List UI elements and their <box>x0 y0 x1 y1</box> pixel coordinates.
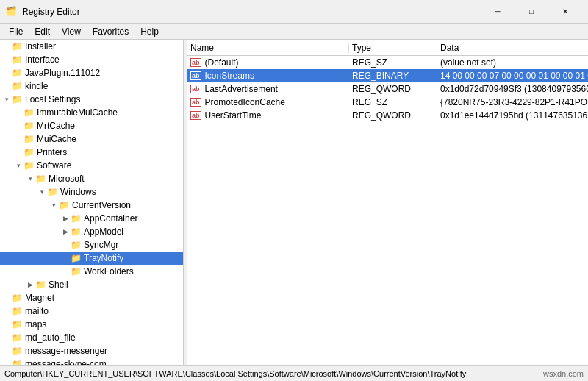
tree-toggle-localsettings[interactable]: ▾ <box>1 96 12 103</box>
main-container: 📁Installer📁Interface📁JavaPlugin.111012📁k… <box>0 40 588 381</box>
row-data-iconstreams: 14 00 00 00 07 00 00 00 01 00 00 01 00 0… <box>437 71 588 81</box>
tree-scroll[interactable]: 📁Installer📁Interface📁JavaPlugin.111012📁k… <box>0 40 183 365</box>
tree-label-magnet: Magnet <box>25 293 54 303</box>
folder-icon-currentversion: 📁 <box>59 200 70 210</box>
tree-item-installer[interactable]: 📁Installer <box>0 40 183 53</box>
table-row-default[interactable]: ab(Default)REG_SZ(value not set) <box>187 56 588 69</box>
table-row-promotediconcache[interactable]: abPromotedIconCacheREG_SZ{7820NR75-23R3-… <box>187 96 588 109</box>
title-text: Registry Editor <box>22 7 481 17</box>
table-row-lastadvertisement[interactable]: abLastAdvertisementREG_QWORD0x1d0d72d709… <box>187 82 588 96</box>
right-panel: Name Type Data ab(Default)REG_SZ(value n… <box>187 40 588 365</box>
tree-label-currentversion: CurrentVersion <box>72 200 131 210</box>
tree-toggle-shell[interactable]: ▶ <box>25 281 35 288</box>
tree-item-printers[interactable]: 📁Printers <box>0 146 183 159</box>
tree-item-message-skype-com[interactable]: 📁message-skype-com <box>0 357 183 365</box>
tree-item-kindle[interactable]: 📁kindle <box>0 79 183 93</box>
row-name-text-lastadvertisement: LastAdvertisement <box>205 84 278 94</box>
table-row-userstarttime[interactable]: abUserStartTimeREG_QWORD0x1d1ee144d7195b… <box>187 109 588 122</box>
tree-item-md_auto_file[interactable]: 📁md_auto_file <box>0 331 183 344</box>
tree-item-immutablemuicache[interactable]: 📁ImmutableMuiCache <box>0 106 183 119</box>
tree-label-software: Software <box>37 160 71 171</box>
row-name-text-iconstreams: IconStreams <box>205 71 254 81</box>
tree-toggle-microsoft[interactable]: ▾ <box>25 175 35 182</box>
close-button[interactable]: ✕ <box>548 0 582 24</box>
tree-item-muicache[interactable]: 📁MuiCache <box>0 132 183 146</box>
tree-toggle-currentversion[interactable]: ▾ <box>49 202 59 209</box>
status-bar: Computer\HKEY_CURRENT_USER\SOFTWARE\Clas… <box>0 365 588 381</box>
tree-toggle-windows[interactable]: ▾ <box>37 188 47 196</box>
tree-item-javaplugin[interactable]: 📁JavaPlugin.111012 <box>0 66 183 79</box>
tree-label-installer: Installer <box>25 41 56 51</box>
menu-item-view[interactable]: View <box>56 25 87 38</box>
minimize-button[interactable]: ─ <box>481 0 514 24</box>
tree-item-mrtcache[interactable]: 📁MrtCache <box>0 119 183 132</box>
folder-icon-javaplugin: 📁 <box>12 68 23 78</box>
menu-bar: FileEditViewFavoritesHelp <box>0 24 588 40</box>
folder-icon-syncmgr: 📁 <box>71 240 82 250</box>
tree-item-magnet[interactable]: 📁Magnet <box>0 291 183 305</box>
tree-item-interface[interactable]: 📁Interface <box>0 53 183 66</box>
tree-item-appcontainer[interactable]: ▶📁AppContainer <box>0 212 183 225</box>
menu-item-file[interactable]: File <box>3 25 29 38</box>
row-type-default: REG_SZ <box>349 57 437 68</box>
table-header: Name Type Data <box>187 40 588 56</box>
app-icon: 🗂️ <box>6 6 18 18</box>
tree-label-md_auto_file: md_auto_file <box>25 332 76 343</box>
menu-item-help[interactable]: Help <box>135 25 165 38</box>
folder-icon-installer: 📁 <box>12 41 23 51</box>
folder-icon-interface: 📁 <box>12 54 23 65</box>
row-type-iconstreams: REG_BINARY <box>349 71 437 81</box>
folder-icon-muicache: 📁 <box>24 134 35 144</box>
tree-item-localsettings[interactable]: ▾📁Local Settings <box>0 93 183 106</box>
tree-item-appmodel[interactable]: ▶📁AppModel <box>0 225 183 238</box>
tree-item-traynotify[interactable]: 📁TrayNotify <box>0 252 183 265</box>
menu-item-favorites[interactable]: Favorites <box>87 25 135 38</box>
status-right: wsxdn.com <box>543 369 584 378</box>
folder-icon-microsoft: 📁 <box>35 174 46 184</box>
tree-label-appcontainer: AppContainer <box>84 213 137 224</box>
tree-label-message-messenger: message-messenger <box>25 346 107 356</box>
tree-label-syncmgr: SyncMgr <box>84 240 118 250</box>
folder-icon-workfolders: 📁 <box>71 266 82 277</box>
folder-icon-shell: 📁 <box>35 279 46 290</box>
tree-item-software[interactable]: ▾📁Software <box>0 159 183 172</box>
tree-toggle-appcontainer[interactable]: ▶ <box>60 215 71 222</box>
folder-icon-mrtcache: 📁 <box>24 121 35 131</box>
row-name-text-default: (Default) <box>205 57 239 68</box>
row-icon-lastadvertisement: ab <box>190 85 201 93</box>
tree-item-syncmgr[interactable]: 📁SyncMgr <box>0 238 183 252</box>
tree-item-mailto[interactable]: 📁mailto <box>0 305 183 318</box>
tree-item-microsoft[interactable]: ▾📁Microsoft <box>0 172 183 185</box>
folder-icon-appmodel: 📁 <box>71 227 82 237</box>
tree-item-workfolders[interactable]: 📁WorkFolders <box>0 265 183 278</box>
folder-icon-mailto: 📁 <box>12 306 23 316</box>
row-data-promotediconcache: {7820NR75-23R3-4229-82P1-R41PO67Q5O9P};{… <box>437 97 588 107</box>
tree-item-windows[interactable]: ▾📁Windows <box>0 185 183 199</box>
row-icon-iconstreams: ab <box>190 71 201 80</box>
table-row-iconstreams[interactable]: abIconStreamsREG_BINARY14 00 00 00 07 00… <box>187 69 588 82</box>
menu-item-edit[interactable]: Edit <box>29 25 56 38</box>
status-path: Computer\HKEY_CURRENT_USER\SOFTWARE\Clas… <box>4 369 466 378</box>
tree-item-maps[interactable]: 📁maps <box>0 318 183 331</box>
row-name-text-promotediconcache: PromotedIconCache <box>205 97 285 107</box>
tree-item-message-messenger[interactable]: 📁message-messenger <box>0 344 183 357</box>
row-icon-userstarttime: ab <box>190 111 201 120</box>
tree-toggle-software[interactable]: ▾ <box>13 162 24 169</box>
tree-label-windows: Windows <box>60 187 96 197</box>
folder-icon-printers: 📁 <box>24 147 35 157</box>
col-type-header: Type <box>349 43 437 53</box>
row-data-lastadvertisement: 0x1d0d72d70949Sf3 (13084097935603045 1) <box>437 84 588 94</box>
tree-label-microsoft: Microsoft <box>49 174 85 184</box>
row-type-userstarttime: REG_QWORD <box>349 110 437 121</box>
tree-label-javaplugin: JavaPlugin.111012 <box>25 68 100 78</box>
row-type-lastadvertisement: REG_QWORD <box>349 84 437 94</box>
tree-item-currentversion[interactable]: ▾📁CurrentVersion <box>0 199 183 212</box>
tree-toggle-appmodel[interactable]: ▶ <box>60 228 71 235</box>
folder-icon-md_auto_file: 📁 <box>12 332 23 343</box>
tree-item-shell[interactable]: ▶📁Shell <box>0 278 183 291</box>
maximize-button[interactable]: □ <box>514 0 548 24</box>
col-name-header: Name <box>187 43 349 53</box>
table-body[interactable]: ab(Default)REG_SZ(value not set)abIconSt… <box>187 56 588 365</box>
folder-icon-kindle: 📁 <box>12 81 23 91</box>
folder-icon-message-skype-com: 📁 <box>12 359 23 365</box>
